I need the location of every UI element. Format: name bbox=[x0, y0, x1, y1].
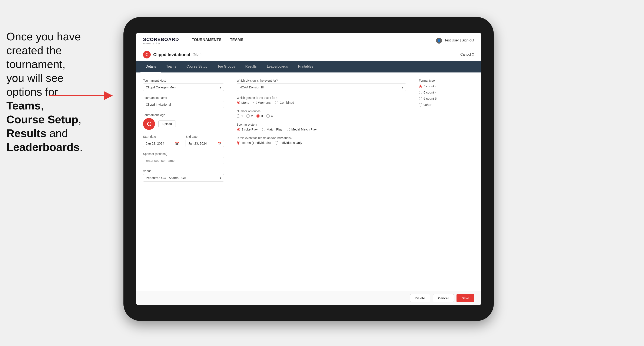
tournament-host-label: Tournament Host bbox=[143, 79, 224, 82]
venue-select-wrapper: Peachtree GC - Atlanta - GA bbox=[143, 174, 224, 181]
format-6count5[interactable]: 6 count 5 bbox=[419, 97, 474, 100]
sponsor-input[interactable] bbox=[143, 157, 224, 164]
bold-results: Results bbox=[6, 127, 46, 139]
user-area: 👤 Test User | Sign out bbox=[436, 38, 474, 44]
gender-group: Which gender is the event for? Mens Wome… bbox=[237, 96, 406, 104]
gender-mens[interactable]: Mens bbox=[237, 101, 249, 104]
brand-logo: SCOREBOARD Powered by clippd bbox=[143, 37, 179, 44]
tournament-name-input[interactable] bbox=[143, 101, 224, 108]
sponsor-label: Sponsor (optional) bbox=[143, 152, 224, 156]
scoring-label: Scoring system bbox=[237, 123, 406, 126]
logo-preview: C bbox=[143, 118, 155, 130]
teams-individuals-group: Is this event for Teams and/or Individua… bbox=[237, 136, 406, 145]
rounds-3[interactable]: 3 bbox=[256, 114, 263, 118]
bold-leaderboards: Leaderboards bbox=[6, 141, 80, 153]
tournament-host-select[interactable]: Clippd College - Men bbox=[143, 84, 224, 91]
left-column: Tournament Host Clippd College - Men Tou… bbox=[143, 79, 224, 285]
teams-plus-individuals[interactable]: Teams (+Individuals) bbox=[237, 141, 271, 145]
end-date-group: End date 📅 bbox=[186, 135, 224, 147]
upload-button[interactable]: Upload bbox=[158, 121, 176, 127]
nav-links: TOURNAMENTS TEAMS bbox=[192, 38, 244, 43]
middle-column: Which division is the event for? NCAA Di… bbox=[237, 79, 406, 285]
rounds-2[interactable]: 2 bbox=[246, 114, 253, 118]
gender-radio-group: Mens Womens Combined bbox=[237, 101, 406, 104]
date-row: Start date 📅 End date 📅 bbox=[143, 135, 224, 152]
division-select-wrapper: NCAA Division III bbox=[237, 84, 406, 91]
end-date-wrapper: 📅 bbox=[186, 140, 224, 147]
rounds-radio-group: 1 2 3 4 bbox=[237, 114, 406, 118]
division-group: Which division is the event for? NCAA Di… bbox=[237, 79, 406, 91]
bold-course-setup: Course Setup bbox=[6, 113, 78, 126]
gender-womens[interactable]: Womens bbox=[254, 101, 271, 104]
tab-tee-groups[interactable]: Tee Groups bbox=[212, 61, 240, 72]
tab-details[interactable]: Details bbox=[140, 61, 161, 72]
cancel-button[interactable]: Cancel bbox=[433, 294, 454, 302]
svg-marker-1 bbox=[104, 91, 113, 100]
format-type-label: Format type bbox=[419, 79, 474, 82]
tournament-type: (Men) bbox=[192, 53, 202, 56]
gender-combined[interactable]: Combined bbox=[275, 101, 294, 104]
tab-bar: Details Teams Course Setup Tee Groups Re… bbox=[136, 61, 481, 72]
footer-bar: Delete Cancel Save bbox=[136, 291, 481, 305]
tournament-logo-group: Tournament logo C Upload bbox=[143, 113, 224, 130]
teams-individuals-radio-group: Teams (+Individuals) Individuals Only bbox=[237, 141, 406, 145]
format-type-group: Format type 5 count 4 6 count 4 6 cou bbox=[419, 79, 474, 107]
format-6count4[interactable]: 6 count 4 bbox=[419, 91, 474, 94]
right-column: Format type 5 count 4 6 count 4 6 cou bbox=[419, 79, 474, 285]
tab-printables[interactable]: Printables bbox=[293, 61, 318, 72]
nav-teams[interactable]: TEAMS bbox=[230, 38, 244, 43]
scoring-radio-group: Stroke Play Match Play Medal Match Play bbox=[237, 128, 406, 131]
rounds-4[interactable]: 4 bbox=[266, 114, 273, 118]
save-button[interactable]: Save bbox=[456, 294, 474, 302]
logo-upload-area: C Upload bbox=[143, 118, 224, 130]
tournament-name: Clippd Invitational bbox=[153, 52, 190, 57]
scoring-match[interactable]: Match Play bbox=[262, 128, 282, 131]
tab-leaderboards[interactable]: Leaderboards bbox=[262, 61, 293, 72]
start-date-label: Start date bbox=[143, 135, 181, 138]
arrow-indicator bbox=[47, 83, 115, 108]
brand-name: SCOREBOARD bbox=[143, 37, 179, 42]
tab-teams[interactable]: Teams bbox=[161, 61, 181, 72]
scoring-medal-match[interactable]: Medal Match Play bbox=[287, 128, 317, 131]
tournament-host-group: Tournament Host Clippd College - Men bbox=[143, 79, 224, 91]
tab-results[interactable]: Results bbox=[240, 61, 262, 72]
tournament-name-group: Tournament name bbox=[143, 96, 224, 108]
venue-select[interactable]: Peachtree GC - Atlanta - GA bbox=[143, 174, 224, 181]
brand-sub: Powered by clippd bbox=[143, 42, 179, 44]
tablet-screen: SCOREBOARD Powered by clippd TOURNAMENTS… bbox=[136, 33, 481, 305]
bold-teams: Teams bbox=[6, 99, 41, 112]
cancel-x-button[interactable]: Cancel X bbox=[460, 53, 474, 56]
tab-course-setup[interactable]: Course Setup bbox=[181, 61, 212, 72]
tournament-icon: C bbox=[143, 51, 151, 58]
rounds-label: Number of rounds bbox=[237, 109, 406, 113]
tablet-frame: SCOREBOARD Powered by clippd TOURNAMENTS… bbox=[124, 17, 494, 321]
format-5count4[interactable]: 5 count 4 bbox=[419, 84, 474, 88]
format-radio-group: 5 count 4 6 count 4 6 count 5 Other bbox=[419, 84, 474, 107]
gender-label: Which gender is the event for? bbox=[237, 96, 406, 99]
tournament-host-select-wrapper: Clippd College - Men bbox=[143, 84, 224, 91]
tournament-title-row: C Clippd Invitational (Men) bbox=[143, 51, 202, 58]
format-other[interactable]: Other bbox=[419, 103, 474, 107]
rounds-1[interactable]: 1 bbox=[237, 114, 243, 118]
start-date-group: Start date 📅 bbox=[143, 135, 181, 147]
division-label: Which division is the event for? bbox=[237, 79, 406, 82]
tournament-header: C Clippd Invitational (Men) Cancel X bbox=[136, 48, 481, 61]
individuals-only[interactable]: Individuals Only bbox=[275, 141, 302, 145]
division-select[interactable]: NCAA Division III bbox=[237, 84, 406, 91]
calendar-icon: 📅 bbox=[175, 141, 179, 145]
nav-tournaments[interactable]: TOURNAMENTS bbox=[192, 38, 222, 43]
venue-label: Venue bbox=[143, 170, 224, 173]
top-nav: SCOREBOARD Powered by clippd TOURNAMENTS… bbox=[136, 33, 481, 48]
user-label[interactable]: Test User | Sign out bbox=[444, 38, 474, 42]
delete-button[interactable]: Delete bbox=[410, 294, 430, 302]
user-avatar: 👤 bbox=[436, 38, 442, 44]
venue-group: Venue Peachtree GC - Atlanta - GA bbox=[143, 170, 224, 181]
calendar-icon-end: 📅 bbox=[218, 141, 222, 145]
start-date-wrapper: 📅 bbox=[143, 140, 181, 147]
brand-area: SCOREBOARD Powered by clippd TOURNAMENTS… bbox=[143, 37, 244, 44]
scoring-group: Scoring system Stroke Play Match Play bbox=[237, 123, 406, 131]
rounds-group: Number of rounds 1 2 3 bbox=[237, 109, 406, 118]
scoring-stroke[interactable]: Stroke Play bbox=[237, 128, 258, 131]
teams-individuals-label: Is this event for Teams and/or Individua… bbox=[237, 136, 406, 140]
tournament-logo-label: Tournament logo bbox=[143, 113, 224, 117]
